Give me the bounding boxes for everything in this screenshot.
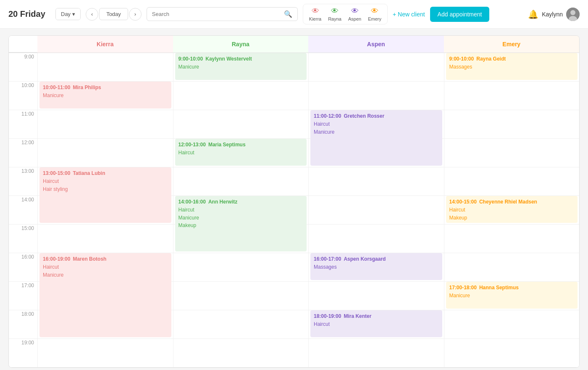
search-input[interactable] [152, 11, 284, 17]
appointment-block[interactable]: 14:00-16:00Ann HerwitzHaircutManicureMak… [175, 196, 307, 251]
appointment-header: 9:00-10:00Rayna Geidt [449, 56, 575, 63]
hour-row [444, 310, 580, 339]
appointment-block[interactable]: 16:00-17:00Aspen KorsgaardMassages [310, 253, 442, 280]
hour-row [173, 310, 309, 339]
time-column: 9:0010:0011:0012:0013:0014:0015:0016:001… [9, 53, 37, 367]
appointment-client: Mira Philips [73, 84, 101, 91]
bell-icon[interactable]: 🔔 [528, 9, 538, 19]
next-day-button[interactable]: › [129, 8, 142, 21]
appointment-block[interactable]: 18:00-19:00Mira KenterHaircut [310, 310, 442, 337]
hour-row [38, 110, 173, 139]
appointment-block[interactable]: 9:00-10:00Kaylynn WesterveltManicure [175, 53, 307, 80]
user-name: Kaylynn [542, 11, 563, 18]
appointment-client: Kaylynn Westervelt [205, 56, 252, 63]
aspen-column[interactable]: 11:00-12:00Gretchen RosserHaircutManicur… [308, 53, 444, 367]
column-header-rayna: Rayna [173, 36, 309, 53]
calendar-header: Kierra Rayna Aspen Emery [9, 36, 579, 53]
eye-icon-aspen: 👁 [351, 7, 359, 16]
time-label: 10:00 [9, 82, 37, 110]
staff-avatar-kierra[interactable]: 👁 Kierra [307, 6, 324, 22]
new-client-button[interactable]: + New client [393, 11, 425, 18]
appointment-block[interactable]: 9:00-10:00Rayna GeidtMassages [446, 53, 578, 80]
staff-avatar-rayna[interactable]: 👁 Rayna [326, 6, 344, 22]
today-button[interactable]: Today [99, 8, 128, 20]
hour-row [38, 339, 173, 367]
appointment-client: Tatiana Lubin [73, 170, 105, 177]
appointment-service: Haircut [43, 178, 168, 185]
appointment-header: 17:00-18:00Hanna Septimus [449, 284, 575, 291]
time-label: 14:00 [9, 196, 37, 225]
appointment-time: 11:00-12:00 [314, 113, 341, 120]
appointment-block[interactable]: 12:00-13:00Maria SeptimusHaircut [175, 139, 307, 166]
appointment-header: 10:00-11:00Mira Philips [43, 84, 168, 91]
time-label: 15:00 [9, 225, 37, 253]
hour-row [38, 225, 173, 253]
appointment-block[interactable]: 13:00-15:00Tatiana LubinHaircutHair styl… [39, 167, 171, 223]
appointment-service: Haircut [178, 206, 304, 214]
appointment-client: Maren Botosh [73, 256, 106, 263]
appointment-block[interactable]: 10:00-11:00Mira PhilipsManicure [39, 82, 171, 108]
staff-avatar-aspen[interactable]: 👁 Aspen [346, 6, 364, 22]
hour-row [444, 139, 580, 167]
appointment-service: Manicure [178, 214, 304, 222]
staff-name-rayna: Rayna [328, 16, 341, 21]
calendar-grid: Kierra Rayna Aspen Emery 9:0010:0011:001… [8, 35, 580, 368]
day-view-button[interactable]: Day ▾ [56, 8, 80, 20]
appointment-block[interactable]: 14:00-15:00Cheyenne Rhiel MadsenHaircutM… [446, 196, 578, 223]
time-label: 19:00 [9, 339, 37, 367]
prev-day-button[interactable]: ‹ [86, 8, 98, 21]
appointment-block[interactable]: 16:00-19:00Maren BotoshHaircutManicure [39, 253, 171, 337]
search-bar[interactable]: 🔍 [147, 7, 298, 21]
appointment-header: 11:00-12:00Gretchen Rosser [314, 113, 439, 120]
hour-row [38, 139, 173, 167]
calendar-wrap: Kierra Rayna Aspen Emery 9:0010:0011:001… [0, 29, 588, 370]
hour-row [309, 225, 444, 253]
add-appointment-button[interactable]: Add appointment [430, 7, 490, 22]
rayna-column[interactable]: 9:00-10:00Kaylynn WesterveltManicure12:0… [173, 53, 309, 367]
time-label: 12:00 [9, 139, 37, 167]
emery-column[interactable]: 9:00-10:00Rayna GeidtMassages14:00-15:00… [444, 53, 580, 367]
kierra-column[interactable]: 10:00-11:00Mira PhilipsManicure13:00-15:… [37, 53, 173, 367]
appointment-header: 12:00-13:00Maria Septimus [178, 141, 304, 148]
staff-filter: 👁 Kierra 👁 Rayna 👁 Aspen 👁 Emery [303, 4, 388, 24]
appointment-client: Hanna Septimus [479, 284, 519, 291]
staff-name-kierra: Kierra [309, 16, 321, 21]
hour-row [444, 167, 580, 196]
hour-row [309, 282, 444, 310]
time-label: 9:00 [9, 53, 37, 82]
appointment-header: 18:00-19:00Mira Kenter [314, 313, 439, 320]
hour-row [173, 82, 309, 110]
appointment-service: Manicure [178, 63, 304, 71]
appointment-service: Massages [314, 264, 439, 271]
hour-row [173, 339, 309, 367]
appointment-client: Ann Herwitz [208, 198, 237, 206]
calendar-body: 9:0010:0011:0012:0013:0014:0015:0016:001… [9, 53, 579, 367]
appointment-time: 14:00-16:00 [178, 198, 206, 206]
appointment-client: Aspen Korsgaard [344, 256, 386, 263]
appointment-block[interactable]: 11:00-12:00Gretchen RosserHaircutManicur… [310, 110, 442, 166]
appointment-block[interactable]: 17:00-18:00Hanna SeptimusManicure [446, 282, 578, 309]
hour-row [444, 225, 580, 253]
view-selector[interactable]: Day ▾ [55, 8, 81, 20]
appointment-service: Manicure [449, 292, 575, 299]
appointment-header: 14:00-15:00Cheyenne Rhiel Madsen [449, 198, 575, 206]
hour-row [173, 110, 309, 139]
hour-row [444, 82, 580, 110]
staff-avatar-emery[interactable]: 👁 Emery [365, 6, 384, 22]
staff-name-emery: Emery [368, 16, 381, 21]
time-label: 13:00 [9, 167, 37, 196]
appointment-time: 16:00-17:00 [314, 256, 341, 263]
appointment-time: 14:00-15:00 [449, 198, 477, 206]
eye-icon-kierra: 👁 [312, 7, 319, 16]
appointment-service: Hair styling [43, 186, 168, 193]
hour-row [309, 167, 444, 196]
appointment-service: Haircut [449, 206, 575, 214]
appointment-service: Haircut [43, 264, 168, 271]
svg-point-1 [570, 10, 575, 15]
user-avatar[interactable] [566, 8, 580, 21]
appointment-time: 10:00-11:00 [43, 84, 70, 91]
chevron-down-icon: ▾ [72, 11, 75, 17]
column-header-aspen: Aspen [308, 36, 444, 53]
column-header-kierra: Kierra [37, 36, 173, 53]
appointment-header: 13:00-15:00Tatiana Lubin [43, 170, 168, 177]
